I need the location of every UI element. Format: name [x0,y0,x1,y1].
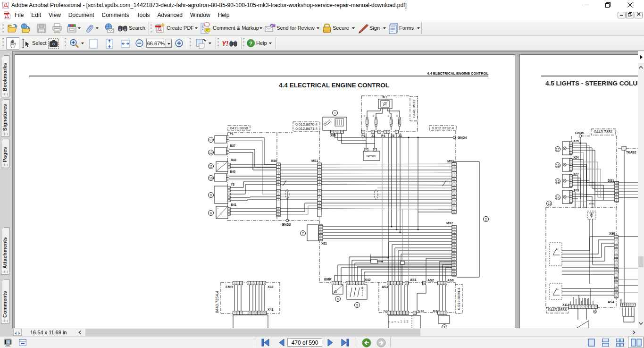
menu-edit[interactable]: Edit [27,10,45,20]
yahoo-label[interactable]: Y! [222,40,228,47]
zoom-level-dropdown[interactable] [166,39,172,48]
fullscreen-mode-icon[interactable] [4,339,12,347]
vscroll-thumb[interactable] [638,256,644,267]
search-label[interactable]: Search [129,25,145,31]
open-web-icon[interactable] [20,23,32,34]
menu-tools[interactable]: Tools [133,10,154,20]
next-view-button[interactable] [376,338,386,348]
comment-markup-label[interactable]: Comment & Markup [213,25,259,31]
next-page-button[interactable] [327,339,334,347]
select-tool-label[interactable]: Select [32,40,47,46]
forms-label[interactable]: Forms [399,25,414,31]
menu-file[interactable]: File [11,10,27,20]
sidebar-tab-attachments[interactable]: Attachments [1,227,9,275]
continuous-layout-button[interactable] [602,339,609,347]
help-icon[interactable]: ? [247,39,255,47]
toolbar-grip[interactable] [2,23,4,34]
continuous-facing-layout-button[interactable] [616,339,624,347]
restore-button[interactable] [600,0,616,10]
comment-markup-icon[interactable] [201,22,211,34]
secure-icon[interactable] [322,22,332,34]
page-navigation-dropdown[interactable] [209,42,211,44]
doc-minimize-button[interactable] [618,12,626,18]
first-page-button[interactable] [261,339,270,347]
actual-size-icon[interactable] [88,38,99,49]
toolbar-expand-button[interactable] [638,51,644,63]
comment-markup-dropdown[interactable] [259,27,262,29]
create-pdf-label[interactable]: Create PDF [167,25,194,31]
forms-dropdown[interactable] [417,27,420,29]
vertical-scrollbar[interactable] [638,51,644,328]
fit-page-icon[interactable] [104,38,115,49]
snapshot-icon[interactable] [48,38,59,49]
zoom-level-input[interactable]: 66.67% [146,39,166,48]
toolbar-grip[interactable] [243,38,244,48]
splitter-button[interactable] [13,329,22,336]
menu-document[interactable]: Document [65,10,98,20]
sidebar-tab-signatures[interactable]: Signatures [1,99,9,137]
toolbar-grip[interactable] [217,38,219,48]
facing-layout-button[interactable] [628,337,644,348]
secure-label[interactable]: Secure [333,25,349,31]
sign-label[interactable]: Sign [369,25,380,31]
close-button[interactable] [622,0,638,10]
single-page-layout-button[interactable] [588,339,595,347]
zoom-in-icon[interactable] [175,39,183,47]
minimize-button[interactable] [578,0,594,10]
secure-dropdown[interactable] [352,27,355,29]
hscroll-right-arrow[interactable] [632,331,636,334]
sidebar-tab-comments[interactable]: Comments [1,279,9,324]
attach-icon[interactable] [84,23,95,34]
scroll-up-arrow[interactable] [639,66,643,69]
toolbar-grip[interactable] [151,23,152,34]
print-icon[interactable] [51,23,63,34]
sidebar-tab-pages[interactable]: Pages [1,139,9,168]
zoom-out-icon[interactable] [135,39,143,47]
create-pdf-icon[interactable] [155,23,165,34]
doc-close-button[interactable] [635,12,643,18]
sidebar-tab-bookmarks[interactable]: Bookmarks [1,55,9,97]
search-icon[interactable] [117,23,128,34]
svg-text:5: 5 [278,173,279,175]
hand-tool-button[interactable] [6,37,19,50]
doc-restore-button[interactable] [626,12,634,18]
send-review-dropdown[interactable] [317,27,319,29]
scroll-down-arrow[interactable] [639,322,643,325]
previous-view-button[interactable] [362,338,371,348]
help-dropdown[interactable] [269,42,272,44]
sign-dropdown[interactable] [383,27,386,29]
toolbar-grip[interactable] [190,38,191,48]
menu-view[interactable]: View [45,10,65,20]
page-number-input[interactable]: 470 of 590 [287,338,322,347]
toolbar-grip[interactable] [2,38,4,48]
create-pdf-dropdown[interactable] [195,27,198,29]
zoom-in-tool-icon[interactable] [69,38,80,49]
organizer-dropdown[interactable] [78,27,81,29]
forms-icon[interactable] [388,23,399,34]
select-tool-icon[interactable] [22,39,31,48]
page-navigation-icon[interactable] [195,38,208,49]
menu-advanced[interactable]: Advanced [154,10,186,20]
previous-page-button[interactable] [278,339,284,347]
email-icon[interactable] [103,23,115,34]
sign-icon[interactable] [358,23,369,34]
hscroll-thumb[interactable] [85,329,420,336]
send-review-icon[interactable] [264,23,276,34]
statusbar-options-icon[interactable] [19,339,26,346]
menu-comments[interactable]: Comments [98,10,133,20]
help-label[interactable]: Help [256,40,267,46]
organizer-icon[interactable] [66,23,77,34]
send-review-label[interactable]: Send for Review [276,25,315,31]
menu-window[interactable]: Window [186,10,214,20]
last-page-button[interactable] [341,339,350,347]
fit-width-icon[interactable] [120,38,131,49]
menu-help[interactable]: Help [214,10,234,20]
document-viewport[interactable]: 0419.98080.012.8670.40.012.8671.40.012.8… [13,51,638,328]
yahoo-binoculars-icon[interactable] [229,40,237,47]
zoom-tool-dropdown[interactable] [81,42,84,44]
toolbar-grip[interactable] [65,38,66,48]
hscroll-left-arrow[interactable] [78,331,82,334]
save-icon[interactable] [36,23,47,34]
attach-dropdown[interactable] [96,27,99,29]
open-icon[interactable] [7,23,18,34]
